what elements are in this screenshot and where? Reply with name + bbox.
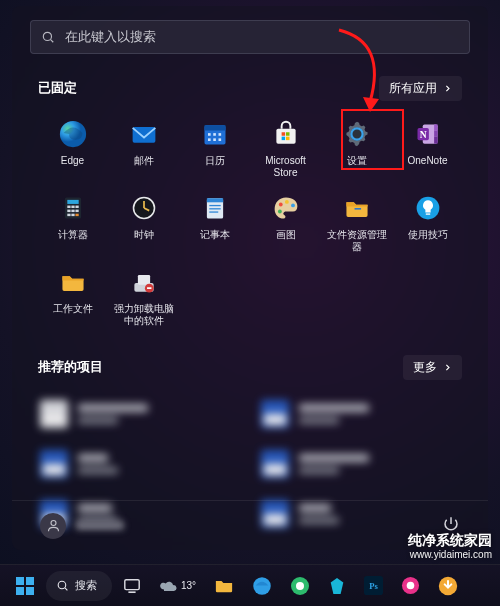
pinned-header: 已固定 所有应用 — [38, 76, 462, 101]
recommended-header: 推荐的项目 更多 — [38, 355, 462, 380]
app-paint[interactable]: 画图 — [251, 187, 320, 255]
taskbar-app-generic-1[interactable] — [321, 570, 353, 602]
svg-rect-32 — [75, 210, 78, 212]
folder-icon — [58, 267, 88, 297]
svg-point-62 — [58, 581, 66, 589]
watermark-title: 纯净系统家园 — [408, 532, 492, 548]
svg-point-56 — [51, 521, 56, 526]
svg-rect-16 — [286, 137, 290, 141]
tips-icon — [413, 193, 443, 223]
svg-rect-64 — [125, 579, 139, 589]
svg-rect-28 — [71, 206, 74, 208]
svg-rect-29 — [75, 206, 78, 208]
svg-rect-20 — [434, 124, 438, 130]
search-icon — [56, 579, 69, 592]
taskbar-app-explorer[interactable] — [207, 570, 241, 602]
app-onenote[interactable]: N OneNote — [393, 113, 462, 181]
task-view-button[interactable] — [116, 570, 148, 602]
app-label: 文件资源管理器 — [325, 229, 389, 253]
folder-icon — [214, 577, 234, 595]
pinned-title: 已固定 — [38, 80, 77, 97]
onenote-icon: N — [413, 119, 443, 149]
svg-rect-27 — [67, 206, 70, 208]
taskbar: 搜索 13° Ps — [0, 564, 500, 606]
weather-icon — [159, 577, 179, 595]
svg-rect-3 — [132, 127, 155, 143]
more-button[interactable]: 更多 — [403, 355, 462, 380]
weather-widget[interactable]: 13° — [152, 570, 203, 602]
app-mail[interactable]: 邮件 — [109, 113, 178, 181]
settings-icon — [342, 119, 372, 149]
taskbar-app-photoshop[interactable]: Ps — [357, 570, 390, 602]
weather-temp: 13° — [181, 580, 196, 591]
app-label: 时钟 — [134, 229, 154, 241]
taskbar-search-label: 搜索 — [75, 578, 97, 593]
taskbar-app-generic-2[interactable] — [394, 570, 427, 602]
start-menu-panel: 在此键入以搜索 已固定 所有应用 Edge — [12, 6, 488, 550]
calendar-icon — [200, 119, 230, 149]
app-calendar[interactable]: 日历 — [180, 113, 249, 181]
app-edge[interactable]: Edge — [38, 113, 107, 181]
all-apps-label: 所有应用 — [389, 81, 437, 96]
app-label: 工作文件 — [53, 303, 93, 315]
power-icon — [442, 515, 460, 533]
svg-rect-8 — [218, 133, 221, 136]
svg-point-47 — [291, 203, 295, 207]
app-label: 记事本 — [200, 229, 230, 241]
start-button[interactable] — [8, 570, 42, 602]
recommended-item[interactable] — [259, 442, 462, 486]
app-tips[interactable]: 使用技巧 — [393, 187, 462, 255]
browser-icon — [290, 576, 310, 596]
taskbar-app-edge[interactable] — [245, 570, 279, 602]
recommended-item[interactable] — [38, 442, 241, 486]
svg-rect-7 — [213, 133, 216, 136]
svg-rect-14 — [286, 132, 290, 136]
svg-rect-59 — [26, 577, 34, 585]
windows-icon — [15, 576, 35, 596]
recommended-item[interactable] — [38, 392, 241, 436]
search-placeholder: 在此键入以搜索 — [65, 29, 156, 46]
search-field[interactable]: 在此键入以搜索 — [30, 20, 470, 54]
taskbar-app-download[interactable] — [431, 570, 465, 602]
svg-rect-35 — [75, 214, 78, 216]
app-notepad[interactable]: 记事本 — [180, 187, 249, 255]
svg-line-63 — [65, 588, 67, 590]
app-settings[interactable]: 设置 — [322, 113, 391, 181]
app-work-files[interactable]: 工作文件 — [38, 261, 107, 329]
svg-rect-13 — [281, 132, 285, 136]
app-label: OneNote — [407, 155, 447, 167]
svg-text:N: N — [419, 129, 426, 140]
app-icon — [401, 576, 420, 595]
notepad-icon — [200, 193, 230, 223]
svg-point-72 — [407, 582, 415, 590]
app-calculator[interactable]: 计算器 — [38, 187, 107, 255]
svg-rect-26 — [67, 200, 78, 204]
chevron-right-icon — [443, 84, 452, 93]
all-apps-button[interactable]: 所有应用 — [379, 76, 462, 101]
svg-rect-34 — [71, 214, 74, 216]
recommended-title: 推荐的项目 — [38, 359, 103, 376]
app-label: Microsoft Store — [254, 155, 318, 179]
recommended-item[interactable] — [259, 392, 462, 436]
svg-text:Ps: Ps — [369, 581, 378, 591]
app-icon — [328, 577, 346, 595]
taskbar-search[interactable]: 搜索 — [46, 571, 112, 601]
taskbar-app-browser[interactable] — [283, 570, 317, 602]
app-clock[interactable]: 时钟 — [109, 187, 178, 255]
svg-line-1 — [51, 40, 54, 43]
user-account-button[interactable] — [40, 513, 124, 539]
svg-rect-58 — [16, 577, 24, 585]
edge-icon — [252, 576, 272, 596]
app-label: 邮件 — [134, 155, 154, 167]
calculator-icon — [58, 193, 88, 223]
mail-icon — [129, 119, 159, 149]
app-file-explorer[interactable]: 文件资源管理器 — [322, 187, 391, 255]
svg-rect-9 — [208, 138, 211, 141]
app-label: 使用技巧 — [408, 229, 448, 241]
chevron-right-icon — [443, 363, 452, 372]
svg-point-45 — [278, 203, 282, 207]
app-uninstaller[interactable]: 强力卸载电脑中的软件 — [109, 261, 178, 329]
edge-icon — [58, 119, 88, 149]
svg-rect-41 — [206, 198, 222, 202]
app-microsoft-store[interactable]: Microsoft Store — [251, 113, 320, 181]
